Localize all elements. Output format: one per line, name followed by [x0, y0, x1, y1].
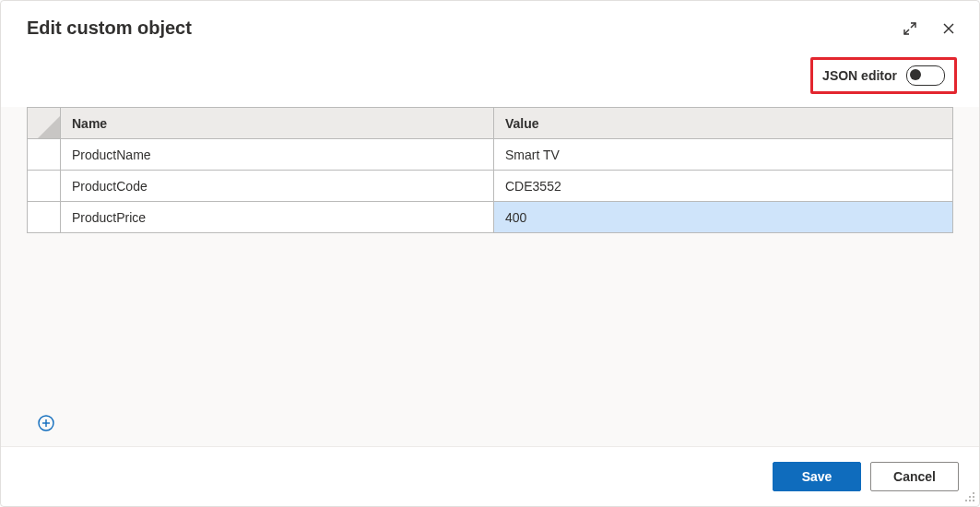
table-row: ProductPrice 400 — [28, 202, 953, 233]
svg-point-1 — [973, 492, 974, 494]
save-button[interactable]: Save — [773, 462, 861, 491]
resize-grip-icon[interactable] — [962, 489, 975, 502]
dialog-header: Edit custom object — [1, 1, 979, 48]
table-body: ProductName Smart TV ProductCode CDE3552… — [28, 139, 953, 233]
svg-point-4 — [965, 500, 967, 501]
row-gutter[interactable] — [28, 202, 61, 233]
cell-value[interactable]: Smart TV — [494, 139, 953, 171]
table-row: ProductName Smart TV — [28, 139, 953, 171]
dialog-body: Name Value ProductName Smart TV ProductC… — [1, 107, 979, 446]
table-row: ProductCode CDE3552 — [28, 171, 953, 202]
close-icon[interactable] — [940, 20, 957, 37]
expand-icon[interactable] — [902, 20, 918, 37]
column-header-name[interactable]: Name — [61, 108, 494, 139]
json-editor-toggle-row: JSON editor — [1, 48, 979, 107]
cancel-button[interactable]: Cancel — [870, 462, 959, 491]
json-editor-highlight: JSON editor — [810, 57, 957, 94]
svg-point-6 — [973, 500, 974, 501]
properties-table: Name Value ProductName Smart TV ProductC… — [27, 107, 953, 233]
json-editor-toggle[interactable] — [906, 65, 945, 86]
cell-name[interactable]: ProductCode — [61, 171, 494, 202]
cell-name[interactable]: ProductName — [61, 139, 494, 171]
json-editor-label: JSON editor — [822, 68, 897, 83]
svg-point-2 — [969, 496, 971, 498]
cell-value[interactable]: CDE3552 — [494, 171, 953, 202]
select-all-corner[interactable] — [28, 108, 61, 139]
column-header-value[interactable]: Value — [494, 108, 953, 139]
cell-value[interactable]: 400 — [494, 202, 953, 233]
table-header-row: Name Value — [28, 108, 953, 139]
row-gutter[interactable] — [28, 171, 61, 202]
edit-custom-object-dialog: Edit custom object JSON editor — [0, 0, 980, 507]
cell-name[interactable]: ProductPrice — [61, 202, 494, 233]
dialog-title: Edit custom object — [27, 18, 902, 39]
svg-point-3 — [973, 496, 974, 498]
dialog-footer: Save Cancel — [1, 446, 979, 506]
toggle-knob — [910, 69, 921, 80]
add-row-button[interactable] — [36, 413, 56, 433]
svg-point-5 — [969, 500, 971, 501]
header-actions — [902, 20, 957, 37]
row-gutter[interactable] — [28, 139, 61, 171]
